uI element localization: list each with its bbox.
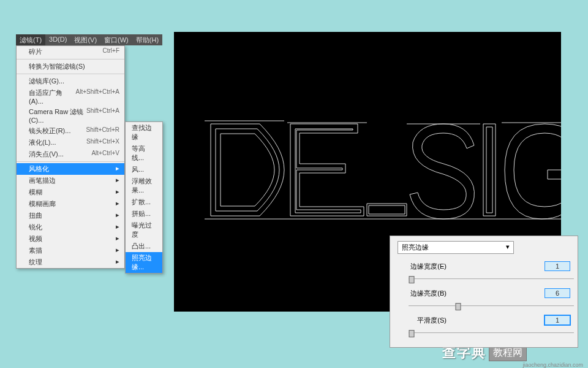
glowing-edges-panel: 照亮边缘 ▾ 边缘宽度(E) 1 边缘亮度(B) 6 平滑度(S) 1 [390,236,578,348]
menubar-view[interactable]: 视图(V) [70,34,100,45]
menu-adaptive-wide[interactable]: 自适应广角(A)... Alt+Shift+Ctrl+A [17,87,124,106]
menu-label: 扭曲 [29,211,42,220]
menu-label: 视频 [29,234,42,243]
menu-label: 镜头校正(R)... [29,126,70,136]
stylize-submenu: 查找边缘 等高线... 风... 浮雕效果... 扩散... 拼贴... 曝光过… [125,121,163,274]
filter-dropdown-menu: 碎片 Ctrl+F 转换为智能滤镜(S) 滤镜库(G)... 自适应广角(A).… [16,45,125,269]
menu-label: 碎片 [29,47,42,56]
edge-brightness-row: 边缘亮度(B) 6 [398,288,570,298]
menubar-3d[interactable]: 3D(D) [45,34,70,45]
submenu-extrude[interactable]: 凸出... [126,240,162,252]
menu-distort[interactable]: 扭曲 ▸ [17,210,124,221]
smoothness-label: 平滑度(S) [398,316,447,325]
menu-separator [17,74,124,74]
menu-shortcut: Alt+Shift+Ctrl+A [76,88,119,105]
menu-label: 风格化 [29,164,49,174]
menu-blur[interactable]: 模糊 ▸ [17,186,124,198]
edge-width-slider[interactable] [409,275,574,283]
menu-texture[interactable]: 纹理 ▸ [17,256,124,268]
menu-shortcut: Shift+Ctrl+X [86,138,119,147]
submenu-glowing-edges[interactable]: 照亮边缘... [126,252,162,273]
menu-liquify[interactable]: 液化(L)... Shift+Ctrl+X [17,137,124,148]
menubar-window[interactable]: 窗口(W) [100,34,132,45]
slider-track [409,278,574,279]
chevron-down-icon: ▾ [506,243,510,252]
menubar-filter[interactable]: 滤镜(T) [16,34,45,45]
menu-stylize[interactable]: 风格化 ▸ [17,163,124,175]
slider-track [409,332,574,333]
menu-label: 模糊 [29,188,42,197]
watermark-url: jiaocheng.chazidian.com [522,362,583,368]
chevron-right-icon: ▸ [116,188,119,197]
menu-camera-raw[interactable]: Camera Raw 滤镜(C)... Shift+Ctrl+A [17,106,124,125]
menu-separator [17,161,124,162]
smoothness-slider[interactable] [409,329,574,337]
chevron-right-icon: ▸ [116,234,119,243]
chevron-right-icon: ▸ [116,176,119,185]
menu-vanishing-point[interactable]: 消失点(V)... Alt+Ctrl+V [17,148,124,160]
edge-width-value[interactable]: 1 [545,261,570,271]
edge-width-label: 边缘宽度(E) [398,262,447,271]
menu-shortcut: Shift+Ctrl+A [86,107,119,124]
menu-label: 滤镜库(G)... [29,77,64,86]
menu-shortcut: Shift+Ctrl+R [86,126,119,136]
menubar: 滤镜(T) 3D(D) 视图(V) 窗口(W) 帮助(H) [16,34,162,45]
smoothness-row: 平滑度(S) 1 [398,315,570,325]
menu-label: 转换为智能滤镜(S) [29,62,85,71]
submenu-wind[interactable]: 风... [126,164,162,175]
slider-track [409,305,574,306]
submenu-find-edges[interactable]: 查找边缘 [126,122,162,143]
menu-label: 消失点(V)... [29,150,64,159]
menu-filter-gallery[interactable]: 滤镜库(G)... [17,75,124,87]
submenu-solarize[interactable]: 曝光过度 [126,220,162,240]
menu-sharpen[interactable]: 锐化 ▸ [17,221,124,233]
menu-label: 自适应广角(A)... [29,88,76,105]
filter-name-label: 照亮边缘 [402,243,429,252]
menu-label: 锐化 [29,223,42,232]
submenu-tiles[interactable]: 拼贴... [126,208,162,220]
slider-thumb[interactable] [456,303,461,310]
submenu-diffuse[interactable]: 扩散... [126,196,162,208]
edge-brightness-label: 边缘亮度(B) [398,289,447,298]
edge-brightness-value[interactable]: 6 [545,288,570,298]
menu-video[interactable]: 视频 ▸ [17,233,124,245]
edge-width-row: 边缘宽度(E) 1 [398,261,570,271]
menu-label: 画笔描边 [29,176,56,185]
menu-shortcut: Ctrl+F [103,47,120,56]
menu-brush-stroke[interactable]: 画笔描边 ▸ [17,175,124,186]
menu-lens-correction[interactable]: 镜头校正(R)... Shift+Ctrl+R [17,125,124,137]
menu-recent-filter[interactable]: 碎片 Ctrl+F [17,46,124,58]
menu-label: 液化(L)... [29,138,56,147]
slider-thumb[interactable] [409,330,415,337]
submenu-contour[interactable]: 等高线... [126,143,162,164]
menu-blur-gallery[interactable]: 模糊画廊 ▸ [17,198,124,210]
menu-separator [17,59,124,59]
filter-name-select[interactable]: 照亮边缘 ▾ [398,241,514,254]
chevron-right-icon: ▸ [116,223,119,232]
menu-sketch[interactable]: 素描 ▸ [17,245,124,256]
chevron-right-icon: ▸ [116,164,119,174]
menu-label: Camera Raw 滤镜(C)... [29,107,86,124]
chevron-right-icon: ▸ [116,246,119,255]
menubar-help[interactable]: 帮助(H) [132,34,162,45]
chevron-right-icon: ▸ [116,199,119,209]
chevron-right-icon: ▸ [116,258,119,267]
menu-shortcut: Alt+Ctrl+V [91,150,119,159]
submenu-emboss[interactable]: 浮雕效果... [126,175,162,196]
menu-label: 纹理 [29,258,42,267]
menu-label: 素描 [29,246,42,255]
edge-brightness-slider[interactable] [409,302,574,310]
chevron-right-icon: ▸ [116,211,119,220]
slider-thumb[interactable] [409,276,415,283]
menu-label: 模糊画廊 [29,199,56,209]
menu-convert-smart[interactable]: 转换为智能滤镜(S) [17,61,124,72]
smoothness-value[interactable]: 1 [545,315,570,325]
